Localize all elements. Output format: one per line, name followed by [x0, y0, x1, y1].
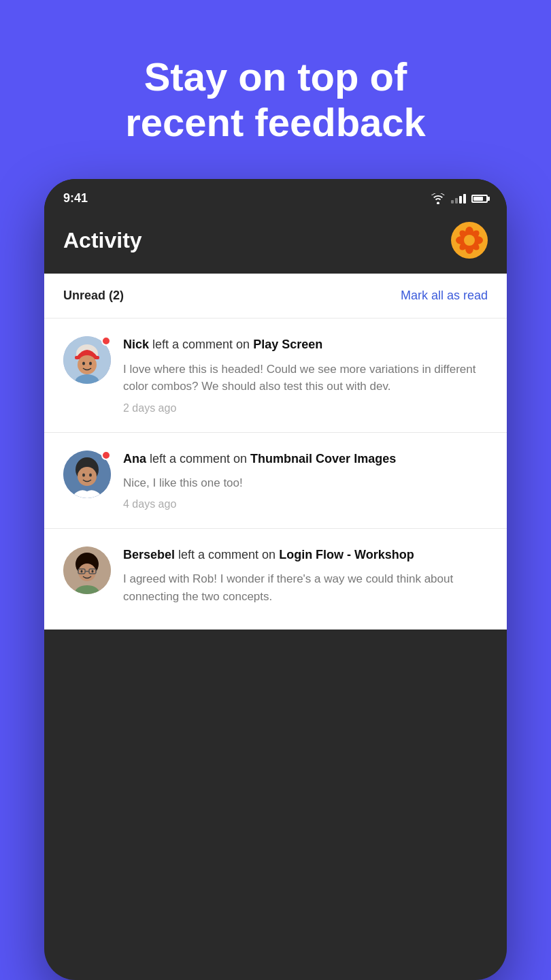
avatar-container-nick — [63, 336, 111, 414]
project-name-bersebel: Login Flow - Workshop — [279, 548, 414, 561]
action-nick: left a comment on — [152, 338, 253, 351]
unread-label: Unread (2) — [63, 289, 124, 303]
wifi-icon — [431, 193, 446, 204]
svg-point-20 — [82, 473, 85, 476]
unread-dot-ana — [101, 451, 111, 460]
user-name-ana: Ana — [123, 452, 146, 466]
svg-point-9 — [464, 235, 475, 246]
phone-mockup: 9:41 Activity — [44, 179, 507, 980]
hero-line2: recent feedback — [125, 100, 426, 144]
item-header-bersebel: Bersebel left a comment on Login Flow - … — [123, 546, 488, 564]
comment-bersebel: I agreed with Rob! I wonder if there's a… — [123, 570, 488, 605]
status-time: 9:41 — [63, 191, 88, 206]
content-area: Unread (2) Mark all as read — [44, 274, 507, 630]
bersebel-avatar-svg — [63, 546, 111, 594]
battery-icon — [471, 195, 488, 203]
status-icons — [431, 193, 488, 204]
user-avatar-button[interactable] — [451, 222, 488, 259]
time-nick: 2 days ago — [123, 402, 488, 414]
item-header-nick: Nick left a comment on Play Screen — [123, 336, 488, 353]
svg-point-14 — [82, 362, 85, 365]
unread-dot-nick — [101, 336, 111, 346]
activity-item-bersebel[interactable]: Bersebel left a comment on Login Flow - … — [44, 529, 507, 630]
flower-icon — [455, 226, 484, 255]
unread-bar: Unread (2) Mark all as read — [44, 274, 507, 318]
time-ana: 4 days ago — [123, 498, 488, 510]
svg-point-13 — [78, 355, 97, 374]
action-bersebel: left a comment on — [178, 548, 279, 561]
svg-point-29 — [81, 570, 83, 573]
comment-nick: I love where this is headed! Could we se… — [123, 361, 488, 395]
avatar-container-bersebel — [63, 546, 111, 612]
hero-line1: Stay on top of — [144, 54, 407, 99]
hero-section: Stay on top of recent feedback — [71, 0, 480, 179]
hero-text: Stay on top of recent feedback — [71, 54, 480, 145]
project-name-ana: Thumbnail Cover Images — [250, 452, 396, 466]
action-ana: left a comment on — [150, 452, 250, 466]
app-title: Activity — [63, 228, 142, 253]
avatar-container-ana — [63, 451, 111, 511]
item-content-bersebel: Bersebel left a comment on Login Flow - … — [123, 546, 488, 612]
signal-icon — [451, 194, 466, 203]
svg-point-21 — [89, 473, 92, 476]
activity-item-ana[interactable]: Ana left a comment on Thumbnail Cover Im… — [44, 433, 507, 529]
item-content-ana: Ana left a comment on Thumbnail Cover Im… — [123, 451, 488, 511]
project-name-nick: Play Screen — [253, 338, 322, 351]
item-content-nick: Nick left a comment on Play Screen I lov… — [123, 336, 488, 414]
comment-ana: Nice, I like this one too! — [123, 474, 488, 492]
item-header-ana: Ana left a comment on Thumbnail Cover Im… — [123, 451, 488, 468]
svg-point-30 — [92, 570, 94, 573]
app-header: Activity — [44, 212, 507, 274]
mark-all-read-button[interactable]: Mark all as read — [401, 289, 488, 303]
avatar-bersebel — [63, 546, 111, 594]
svg-point-15 — [89, 362, 92, 365]
svg-point-19 — [78, 467, 97, 486]
user-name-bersebel: Bersebel — [123, 548, 175, 561]
status-bar: 9:41 — [44, 179, 507, 212]
user-name-nick: Nick — [123, 338, 149, 351]
activity-item[interactable]: Nick left a comment on Play Screen I lov… — [44, 318, 507, 432]
